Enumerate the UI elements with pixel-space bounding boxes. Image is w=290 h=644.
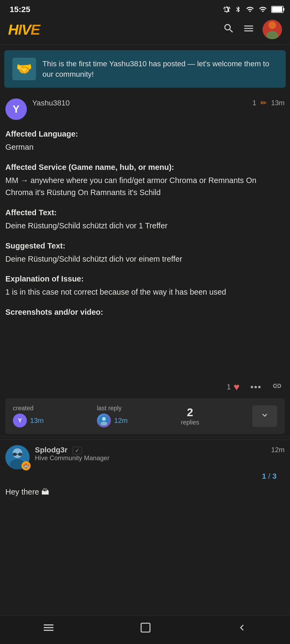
post-number: 1 xyxy=(252,99,256,107)
bluetooth-icon xyxy=(235,5,242,13)
footer-replies: 2 replies xyxy=(181,406,199,426)
link-icon[interactable] xyxy=(272,381,282,393)
section-label-4: Explanation of Issue: xyxy=(5,273,285,285)
like-action[interactable]: 1 ♥ xyxy=(227,381,240,393)
svg-rect-14 xyxy=(17,454,18,455)
section-label-3: Suggested Text: xyxy=(5,240,285,252)
battery-percent: 71 xyxy=(274,6,280,13)
svg-point-4 xyxy=(269,21,276,29)
author-avatar: Y xyxy=(5,98,27,120)
welcome-banner: 🤝 This is the first time Yashu3810 has p… xyxy=(4,50,286,88)
more-actions[interactable]: ••• xyxy=(250,382,262,392)
post-footer: created Y 13m last reply 12m 2 xyxy=(5,398,285,434)
post-time: 13m xyxy=(271,99,285,107)
welcome-icon: 🤝 xyxy=(12,58,36,80)
notification-icon xyxy=(223,5,231,13)
svg-point-7 xyxy=(102,417,106,421)
lastreply-time: 12m xyxy=(114,416,128,425)
navbar: HIVE xyxy=(0,17,290,45)
lastreply-user-row: 12m xyxy=(97,414,128,427)
section-label-0: Affected Language: xyxy=(5,128,285,140)
screenshots-area xyxy=(5,319,285,373)
bottom-nav xyxy=(0,616,290,644)
created-time: 13m xyxy=(30,416,44,425)
author-username[interactable]: Yashu3810 xyxy=(32,99,70,107)
expand-button[interactable] xyxy=(252,405,277,427)
post-actions: 1 ♥ ••• xyxy=(5,373,285,398)
reply-content: Hey there 🏔 xyxy=(5,483,285,496)
section-value-2: Deine Rüstung/Schild schützt dich vor 1 … xyxy=(5,220,285,232)
footer-created: created Y 13m xyxy=(13,405,44,427)
mod-badge: ✓ xyxy=(73,447,82,454)
status-bar: 15:25 71 xyxy=(0,0,290,17)
like-count: 1 xyxy=(227,383,231,391)
section-value-0: German xyxy=(5,141,285,153)
reply-subtitle: Hive Community Manager xyxy=(35,454,285,462)
heart-icon[interactable]: ♥ xyxy=(234,381,240,393)
footer-lastreply: last reply 12m xyxy=(97,405,128,427)
section-value-1: MM → anywhere where you can find/get arm… xyxy=(5,174,285,199)
lastreply-label: last reply xyxy=(97,405,128,412)
post-header: Y Yashu3810 1 ✏ 13m xyxy=(5,98,285,120)
wifi-icon xyxy=(258,5,267,13)
replies-label: replies xyxy=(181,419,199,426)
created-avatar: Y xyxy=(13,414,27,427)
reply-avatar: 🏰 xyxy=(5,445,30,469)
pagination-total: 3 xyxy=(272,472,277,480)
status-icons: 71 xyxy=(223,5,280,13)
reply-avatar-badge: 🏰 xyxy=(21,461,31,470)
post-container: Y Yashu3810 1 ✏ 13m Affected Language: G… xyxy=(0,93,290,434)
reply-header: 🏰 Splodg3r ✓ 12m Hive Community Manager xyxy=(5,445,285,469)
edit-icon[interactable]: ✏ xyxy=(260,98,267,107)
svg-rect-15 xyxy=(141,623,150,632)
profile-avatar[interactable] xyxy=(263,20,282,39)
status-time: 15:25 xyxy=(10,5,30,14)
search-icon[interactable] xyxy=(223,23,235,37)
post-meta: Yashu3810 1 ✏ 13m xyxy=(32,98,285,107)
reply-meta-row: Splodg3r ✓ 12m xyxy=(35,445,285,454)
section-label-1: Affected Service (Game name, hub, or men… xyxy=(5,161,285,173)
battery-icon: 71 xyxy=(271,6,280,13)
post-content: Affected Language: German Affected Servi… xyxy=(5,128,285,373)
bottom-menu-icon[interactable] xyxy=(42,621,55,636)
bottom-back-icon[interactable] xyxy=(236,622,248,636)
section-value-4: 1 is in this case not correct because of… xyxy=(5,286,285,298)
pagination-separator: / xyxy=(268,472,273,480)
replies-count: 2 xyxy=(187,406,193,419)
pagination-text: 1 / 3 xyxy=(262,472,277,481)
created-user-row: Y 13m xyxy=(13,414,44,427)
lastreply-avatar xyxy=(97,414,111,427)
signal-icon xyxy=(245,5,255,13)
post-time-edit: 1 ✏ 13m xyxy=(252,98,285,107)
section-value-3: Deine Rüstung/Schild schützt dich vor ei… xyxy=(5,253,285,265)
hive-logo[interactable]: HIVE xyxy=(8,21,40,38)
bottom-home-icon[interactable] xyxy=(140,622,151,636)
svg-point-12 xyxy=(13,453,17,456)
reply-text-start: Hey there 🏔 xyxy=(5,488,49,496)
section-label-5: Screenshots and/or video: xyxy=(5,306,285,318)
svg-rect-1 xyxy=(283,8,284,11)
reply-container: 🏰 Splodg3r ✓ 12m Hive Community Manager … xyxy=(0,440,290,496)
reply-author-info: Splodg3r ✓ xyxy=(35,445,82,454)
pagination-row: 1 / 3 xyxy=(5,469,285,483)
welcome-text: This is the first time Yashu3810 has pos… xyxy=(42,58,278,79)
menu-icon[interactable] xyxy=(243,23,255,37)
created-label: created xyxy=(13,405,44,412)
section-label-2: Affected Text: xyxy=(5,207,285,219)
reply-time: 12m xyxy=(271,446,285,454)
pagination-current: 1 xyxy=(262,472,266,480)
svg-point-13 xyxy=(18,453,22,456)
post-divider xyxy=(0,437,290,437)
navbar-actions xyxy=(223,20,282,39)
reply-username[interactable]: Splodg3r xyxy=(35,446,67,454)
